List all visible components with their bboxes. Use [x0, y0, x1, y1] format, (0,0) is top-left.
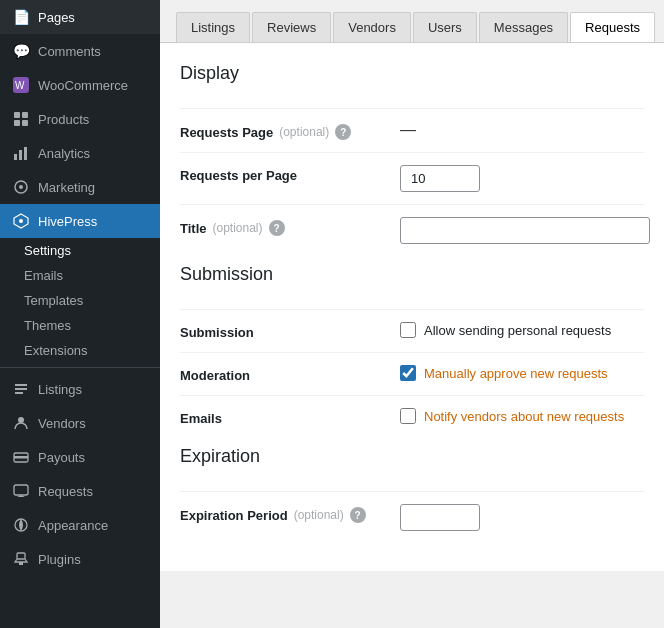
- svg-rect-3: [22, 112, 28, 118]
- sidebar-item-pages-label: Pages: [38, 10, 75, 25]
- sidebar-item-vendors-label: Vendors: [38, 416, 86, 431]
- title-input[interactable]: [400, 217, 650, 244]
- svg-rect-4: [14, 120, 20, 126]
- sidebar-item-requests[interactable]: Requests: [0, 474, 160, 508]
- moderation-checkbox-row[interactable]: Manually approve new requests: [400, 365, 644, 381]
- sidebar-item-marketing[interactable]: Marketing: [0, 170, 160, 204]
- submission-section-title: Submission: [180, 264, 644, 293]
- plugins-icon: [12, 550, 30, 568]
- sub-item-settings[interactable]: Settings: [12, 238, 160, 263]
- pages-icon: 📄: [12, 8, 30, 26]
- emails-checkbox[interactable]: [400, 408, 416, 424]
- svg-rect-13: [15, 384, 27, 386]
- products-icon: [12, 110, 30, 128]
- tab-vendors[interactable]: Vendors: [333, 12, 411, 42]
- requests-icon: [12, 482, 30, 500]
- submission-control: Allow sending personal requests: [400, 322, 644, 338]
- sidebar-item-appearance-label: Appearance: [38, 518, 108, 533]
- svg-rect-15: [15, 392, 23, 394]
- title-label: Title (optional) ?: [180, 217, 400, 236]
- svg-rect-14: [15, 388, 27, 390]
- appearance-icon: [12, 516, 30, 534]
- svg-rect-19: [14, 485, 28, 495]
- sidebar-item-plugins[interactable]: Plugins: [0, 542, 160, 576]
- svg-point-10: [19, 185, 23, 189]
- emails-checkbox-row[interactable]: Notify vendors about new requests: [400, 408, 644, 424]
- expiration-period-row: Expiration Period (optional) ?: [180, 491, 644, 543]
- sidebar-item-listings-label: Listings: [38, 382, 82, 397]
- sidebar-item-pages[interactable]: 📄 Pages: [0, 0, 160, 34]
- sidebar-item-products[interactable]: Products: [0, 102, 160, 136]
- sub-item-extensions[interactable]: Extensions: [12, 338, 160, 363]
- sidebar-item-hivepress-label: HivePress: [38, 214, 97, 229]
- title-row: Title (optional) ?: [180, 204, 644, 256]
- sidebar-item-woocommerce[interactable]: W WooCommerce: [0, 68, 160, 102]
- expiration-period-control: [400, 504, 644, 531]
- requests-page-label: Requests Page (optional) ?: [180, 121, 400, 140]
- sidebar-item-payouts[interactable]: Payouts: [0, 440, 160, 474]
- tab-listings[interactable]: Listings: [176, 12, 250, 42]
- moderation-label: Moderation: [180, 365, 400, 383]
- requests-per-page-control: [400, 165, 644, 192]
- requests-per-page-row: Requests per Page: [180, 152, 644, 204]
- requests-per-page-input[interactable]: [400, 165, 480, 192]
- svg-point-12: [19, 219, 23, 223]
- sidebar-item-analytics-label: Analytics: [38, 146, 90, 161]
- sidebar-item-analytics[interactable]: Analytics: [0, 136, 160, 170]
- form-area: Display Requests Page (optional) ? — Req…: [160, 43, 664, 571]
- main-content: Listings Reviews Vendors Users Messages …: [160, 0, 664, 628]
- expiration-section-title: Expiration: [180, 446, 644, 475]
- sidebar-item-payouts-label: Payouts: [38, 450, 85, 465]
- svg-rect-8: [24, 147, 27, 160]
- analytics-icon: [12, 144, 30, 162]
- svg-rect-21: [17, 553, 25, 559]
- listings-icon: [12, 380, 30, 398]
- hivepress-sub-menu: Settings Emails Templates Themes Extensi…: [0, 238, 160, 363]
- tab-reviews[interactable]: Reviews: [252, 12, 331, 42]
- expiration-period-input[interactable]: [400, 504, 480, 531]
- svg-rect-22: [19, 562, 23, 565]
- title-control: [400, 217, 650, 244]
- sidebar-item-vendors[interactable]: Vendors: [0, 406, 160, 440]
- sidebar-item-products-label: Products: [38, 112, 89, 127]
- expiration-period-help-icon[interactable]: ?: [350, 507, 366, 523]
- tab-messages[interactable]: Messages: [479, 12, 568, 42]
- moderation-checkbox[interactable]: [400, 365, 416, 381]
- sub-item-templates[interactable]: Templates: [12, 288, 160, 313]
- sidebar-item-listings[interactable]: Listings: [0, 372, 160, 406]
- tab-users[interactable]: Users: [413, 12, 477, 42]
- sidebar-item-appearance[interactable]: Appearance: [0, 508, 160, 542]
- title-help-icon[interactable]: ?: [269, 220, 285, 236]
- moderation-control: Manually approve new requests: [400, 365, 644, 381]
- comments-icon: 💬: [12, 42, 30, 60]
- emails-row: Emails Notify vendors about new requests: [180, 395, 644, 438]
- emails-control: Notify vendors about new requests: [400, 408, 644, 424]
- display-section: Display Requests Page (optional) ? — Req…: [180, 63, 644, 256]
- requests-page-help-icon[interactable]: ?: [335, 124, 351, 140]
- sidebar-item-marketing-label: Marketing: [38, 180, 95, 195]
- sidebar-item-comments[interactable]: 💬 Comments: [0, 34, 160, 68]
- submission-checkbox-row[interactable]: Allow sending personal requests: [400, 322, 644, 338]
- sidebar-item-woocommerce-label: WooCommerce: [38, 78, 128, 93]
- svg-rect-18: [14, 456, 28, 459]
- sub-item-themes[interactable]: Themes: [12, 313, 160, 338]
- submission-row: Submission Allow sending personal reques…: [180, 309, 644, 352]
- marketing-icon: [12, 178, 30, 196]
- expiration-period-optional: (optional): [294, 508, 344, 522]
- svg-point-16: [18, 417, 24, 423]
- submission-checkbox-label: Allow sending personal requests: [424, 323, 611, 338]
- sidebar-item-plugins-label: Plugins: [38, 552, 81, 567]
- submission-section: Submission Submission Allow sending pers…: [180, 264, 644, 438]
- tab-requests[interactable]: Requests: [570, 12, 655, 42]
- sidebar-item-hivepress[interactable]: HivePress: [0, 204, 160, 238]
- requests-page-value: —: [400, 121, 416, 138]
- emails-checkbox-label: Notify vendors about new requests: [424, 409, 624, 424]
- svg-text:W: W: [15, 80, 25, 91]
- submission-label: Submission: [180, 322, 400, 340]
- submission-checkbox[interactable]: [400, 322, 416, 338]
- sidebar: 📄 Pages 💬 Comments W WooCommerce Product…: [0, 0, 160, 628]
- sub-item-emails[interactable]: Emails: [12, 263, 160, 288]
- moderation-row: Moderation Manually approve new requests: [180, 352, 644, 395]
- emails-label: Emails: [180, 408, 400, 426]
- moderation-checkbox-label: Manually approve new requests: [424, 366, 608, 381]
